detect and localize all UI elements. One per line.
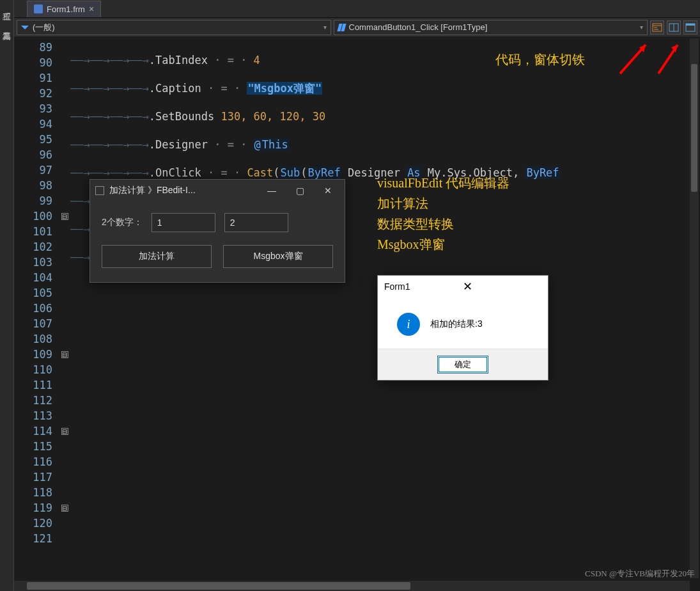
code-icon bbox=[338, 24, 345, 31]
side-tabs: 工程 工具箱 bbox=[0, 0, 14, 591]
arrow-icon bbox=[617, 38, 655, 77]
msgbox-text: 相加的结果:3 bbox=[430, 319, 483, 330]
svg-rect-7 bbox=[686, 24, 695, 26]
member-dropdown[interactable]: CommandButton1_Click [Form1Type] ▾ bbox=[334, 20, 648, 35]
fold-toggle[interactable]: ⊟ bbox=[61, 505, 68, 512]
arrow-icon bbox=[655, 38, 687, 77]
msgbox-button[interactable]: Msgbox弹窗 bbox=[223, 245, 333, 268]
input-label: 2个数字： bbox=[102, 217, 143, 228]
scope-dropdown[interactable]: (一般) ▾ bbox=[17, 20, 331, 35]
msgbox-titlebar[interactable]: Form1 ✕ bbox=[378, 276, 548, 297]
code-editor[interactable]: 8990919293949596979899100101102103104105… bbox=[14, 37, 700, 591]
number1-input[interactable] bbox=[152, 213, 215, 232]
close-button[interactable]: ✕ bbox=[316, 182, 339, 200]
calc-window[interactable]: 加法计算 》FBedit-I... — ▢ ✕ 2个数字： 加法计算 Msgbo… bbox=[89, 179, 345, 283]
editor-toolbar: (一般) ▾ CommandButton1_Click [Form1Type] … bbox=[14, 18, 700, 37]
view-split-button[interactable] bbox=[667, 20, 681, 35]
titlebar[interactable]: 加法计算 》FBedit-I... — ▢ ✕ bbox=[90, 180, 345, 201]
chevron-down-icon: ▾ bbox=[323, 24, 327, 31]
watermark: CSDN @专注VB编程开发20年 bbox=[585, 568, 695, 579]
calc-button[interactable]: 加法计算 bbox=[102, 245, 212, 268]
fold-toggle[interactable]: ⊟ bbox=[61, 213, 68, 220]
scroll-thumb[interactable] bbox=[691, 64, 697, 192]
ok-button[interactable]: 确定 bbox=[437, 356, 488, 374]
msgbox-title: Form1 bbox=[384, 281, 463, 292]
file-tab[interactable]: Form1.frm × bbox=[27, 1, 101, 17]
fold-toggle[interactable]: ⊟ bbox=[61, 428, 68, 435]
fold-toggle[interactable]: ⊟ bbox=[61, 351, 68, 358]
view-designer-button[interactable] bbox=[683, 20, 697, 35]
form-icon bbox=[34, 4, 43, 13]
message-box[interactable]: Form1 ✕ i 相加的结果:3 确定 bbox=[377, 275, 548, 381]
scope-label: (一般) bbox=[33, 22, 55, 33]
window-title: 加法计算 》FBedit-I... bbox=[109, 185, 255, 196]
minimize-button[interactable]: — bbox=[260, 182, 283, 200]
close-icon[interactable]: × bbox=[89, 4, 94, 14]
annotation-block: visualFbEdit 代码编辑器 加计算法 数据类型转换 Msgbox弹窗 bbox=[377, 173, 509, 255]
file-tabbar: Form1.frm × bbox=[14, 0, 700, 18]
file-tab-label: Form1.frm bbox=[47, 4, 85, 14]
view-code-button[interactable] bbox=[650, 20, 664, 35]
scroll-thumb[interactable] bbox=[27, 582, 410, 590]
line-gutter: 8990919293949596979899100101102103104105… bbox=[14, 37, 59, 591]
close-icon[interactable]: ✕ bbox=[463, 280, 541, 294]
member-label: CommandButton1_Click [Form1Type] bbox=[349, 22, 488, 32]
maximize-button[interactable]: ▢ bbox=[288, 182, 311, 200]
number2-input[interactable] bbox=[224, 213, 288, 232]
chevron-down-icon: ▾ bbox=[640, 24, 643, 31]
fold-column: ⊟ ⊟ ⊟ ⊟ bbox=[59, 37, 70, 591]
horizontal-scrollbar[interactable] bbox=[14, 581, 690, 591]
triangle-icon bbox=[21, 26, 29, 29]
info-icon: i bbox=[397, 313, 420, 336]
app-icon bbox=[95, 186, 104, 195]
annotation-top: 代码，窗体切铁 bbox=[495, 51, 585, 68]
vertical-scrollbar[interactable] bbox=[690, 38, 699, 578]
